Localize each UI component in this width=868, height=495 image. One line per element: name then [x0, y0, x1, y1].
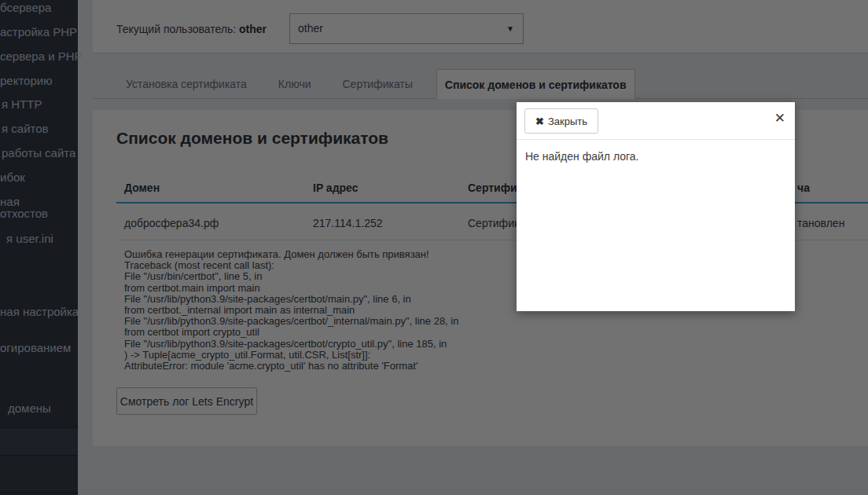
app-screen: бсервера астройка PHP сервера и PHP рект…: [0, 0, 868, 495]
close-x-icon: ✖: [535, 116, 544, 127]
modal-close-button-label: Закрыть: [548, 116, 587, 127]
modal-body-text: Не найден файл лога.: [517, 140, 795, 173]
modal-corner-close-icon[interactable]: ✕: [774, 112, 785, 125]
modal-close-button[interactable]: ✖Закрыть: [524, 108, 598, 134]
modal-header: ✖Закрыть ✕: [517, 102, 795, 140]
log-modal: ✖Закрыть ✕ Не найден файл лога.: [517, 102, 795, 311]
